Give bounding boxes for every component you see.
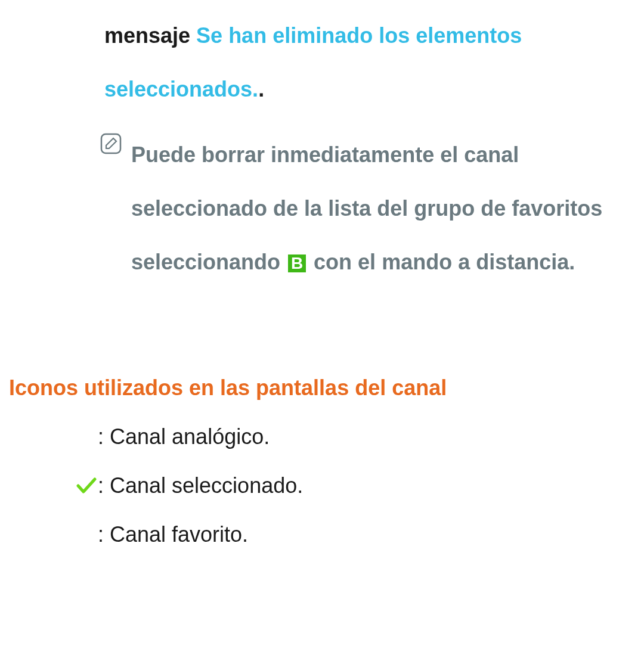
message-period: . xyxy=(258,77,264,101)
svg-rect-0 xyxy=(101,134,120,153)
note-block: Puede borrar inmediatamente el canal sel… xyxy=(104,128,626,289)
icon-item-favorite: : Canal favorito. xyxy=(68,522,644,547)
section-heading: Iconos utilizados en las pantallas del c… xyxy=(0,375,644,401)
icon-item-selected: : Canal seleccionado. xyxy=(68,473,644,498)
note-part2: con el mando a distancia. xyxy=(308,250,575,274)
b-button-icon: B xyxy=(288,254,306,272)
favorite-label: : Canal favorito. xyxy=(98,522,248,547)
note-icon xyxy=(100,133,122,154)
message-line: mensaje Se han eliminado los elementos s… xyxy=(104,9,626,116)
message-prefix: mensaje xyxy=(104,23,196,48)
icon-list: : Canal analógico. : Canal seleccionado.… xyxy=(0,424,644,547)
note-text: Puede borrar inmediatamente el canal sel… xyxy=(131,128,626,289)
selected-label: : Canal seleccionado. xyxy=(98,473,303,498)
check-icon xyxy=(68,477,98,495)
analog-label: : Canal analógico. xyxy=(98,424,270,449)
icon-item-analog: : Canal analógico. xyxy=(68,424,644,449)
